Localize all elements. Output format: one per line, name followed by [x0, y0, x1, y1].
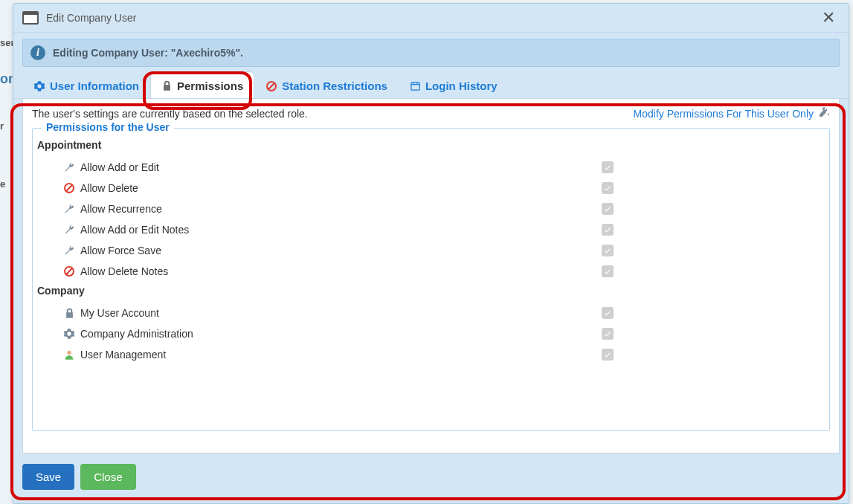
tools-icon: [818, 106, 830, 120]
wrench-icon: [62, 203, 76, 215]
prohibit-icon: [62, 182, 76, 194]
permission-row: Allow Delete Notes: [37, 261, 822, 282]
permission-row: User Management: [37, 344, 822, 365]
permission-checkbox[interactable]: [602, 265, 614, 277]
prohibit-icon: [265, 80, 277, 92]
permission-label: Allow Recurrence: [80, 203, 162, 215]
role-notice-row: The user's settings are currently based …: [32, 106, 830, 120]
permission-label: Company Administration: [80, 328, 193, 340]
lock-icon: [161, 80, 173, 91]
svg-rect-2: [411, 83, 419, 90]
tab-label: Station Restrictions: [282, 80, 387, 92]
tab-permissions[interactable]: Permissions: [150, 71, 254, 98]
wrench-icon: [62, 224, 76, 236]
save-button[interactable]: Save: [22, 464, 74, 490]
permission-checkbox[interactable]: [602, 182, 614, 194]
tab-login-history[interactable]: Login History: [399, 71, 509, 98]
modify-permissions-label: Modify Permissions For This User Only: [634, 108, 814, 120]
user-icon: [62, 349, 76, 361]
svg-line-7: [66, 185, 72, 191]
window-icon: [22, 11, 39, 25]
svg-point-10: [67, 351, 71, 355]
permission-label: My User Account: [80, 307, 159, 319]
permission-checkbox[interactable]: [602, 224, 614, 236]
tab-station[interactable]: Station Restrictions: [254, 71, 399, 98]
info-message: Editing Company User: "Axechiro5%".: [53, 47, 243, 59]
svg-line-1: [268, 83, 274, 89]
permission-checkbox[interactable]: [602, 307, 614, 319]
tab-content-permissions: The user's settings are currently based …: [22, 99, 840, 453]
modify-permissions-link[interactable]: Modify Permissions For This User Only: [634, 106, 830, 120]
permission-group-heading: Company: [37, 285, 822, 297]
lock-icon: [62, 308, 76, 319]
gear-icon: [33, 80, 45, 92]
role-notice-text: The user's settings are currently based …: [32, 108, 308, 120]
permission-label: Allow Delete Notes: [80, 265, 168, 277]
tab-label: Login History: [425, 80, 498, 92]
info-banner: i Editing Company User: "Axechiro5%".: [22, 39, 840, 67]
dialog-footer: Save Close: [13, 462, 849, 499]
permission-label: Allow Add or Edit Notes: [80, 224, 189, 236]
permission-row: Company Administration: [37, 323, 822, 344]
permission-row: Allow Add or Edit: [37, 157, 822, 178]
tab-label: Permissions: [177, 80, 243, 92]
permission-row: Allow Delete: [37, 178, 822, 198]
tab-label: User Information: [50, 80, 139, 92]
permission-row: Allow Recurrence: [37, 198, 822, 219]
dialog-title: Edit Company User: [46, 12, 136, 24]
wrench-icon: [62, 161, 76, 173]
permission-label: Allow Force Save: [80, 245, 161, 256]
permission-checkbox[interactable]: [602, 245, 614, 256]
permissions-fieldset: Permissions for the User AppointmentAllo…: [32, 128, 830, 431]
permissions-scroll-area[interactable]: AppointmentAllow Add or EditAllow Delete…: [33, 136, 829, 424]
permission-row: Allow Force Save: [37, 240, 822, 261]
prohibit-icon: [62, 265, 76, 277]
permission-label: Allow Delete: [80, 182, 138, 194]
close-button[interactable]: Close: [80, 464, 135, 490]
permission-label: Allow Add or Edit: [80, 161, 159, 173]
permission-group-heading: Appointment: [37, 139, 822, 151]
edit-company-user-dialog: Edit Company User ✕ i Editing Company Us…: [13, 3, 849, 504]
permission-label: User Management: [80, 349, 166, 361]
tabs-bar: User InformationPermissionsStation Restr…: [13, 71, 849, 99]
info-icon: i: [30, 45, 45, 60]
dialog-titlebar: Edit Company User ✕: [13, 4, 849, 33]
permission-checkbox[interactable]: [602, 328, 614, 340]
permission-checkbox[interactable]: [602, 161, 614, 173]
permission-row: Allow Add or Edit Notes: [37, 219, 822, 240]
wrench-icon: [62, 245, 76, 256]
fieldset-legend: Permissions for the User: [42, 121, 174, 133]
gear-icon: [62, 328, 76, 340]
svg-line-9: [66, 268, 72, 274]
permission-checkbox[interactable]: [602, 203, 614, 215]
close-icon[interactable]: ✕: [817, 8, 840, 28]
calendar-icon: [410, 80, 421, 91]
tab-user-info[interactable]: User Information: [22, 71, 150, 98]
permission-checkbox[interactable]: [602, 349, 614, 361]
permission-row: My User Account: [37, 303, 822, 323]
